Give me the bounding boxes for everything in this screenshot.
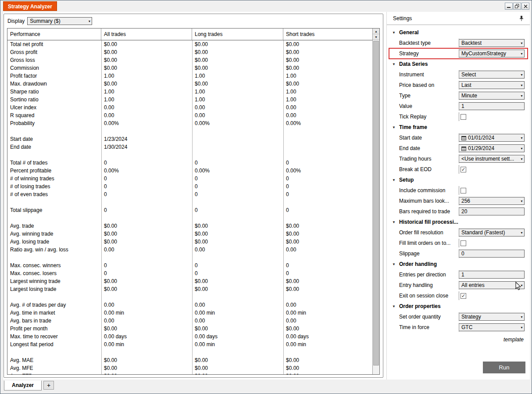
restore-button[interactable] [513, 3, 521, 10]
section-header-time-frame[interactable]: ▼Time frame [389, 122, 527, 132]
order-fill-resolution-dropdown[interactable]: Standard (Fastest)▼ [459, 229, 525, 236]
table-cell [192, 214, 283, 222]
setting-row-entry-handling: Entry handlingAll entries▼ [389, 280, 527, 290]
display-row: Display Summary ($) ▼ [7, 17, 92, 25]
calendar-icon [461, 146, 466, 151]
fill-limit-orders-on-to-checkbox[interactable] [461, 240, 466, 246]
row-label: Ratio avg. win / avg. loss [7, 246, 101, 254]
backtest-type-dropdown[interactable]: Backtest▼ [459, 39, 525, 47]
setting-label: Maximum bars look... [399, 198, 457, 204]
window-title-tab[interactable]: Strategy Analyzer [3, 1, 57, 11]
slippage-input[interactable]: 0 [459, 250, 525, 258]
set-order-quantity-dropdown[interactable]: Strategy▼ [459, 313, 525, 321]
table-cell: 1/30/2024 [101, 143, 192, 151]
table-cell: $0.00 [283, 356, 372, 364]
start-date-dropdown[interactable]: 01/01/2024▼ [459, 134, 525, 142]
dropdown-value: 01/29/2024 [468, 145, 519, 151]
table-cell: $0.00 [192, 325, 283, 333]
run-button[interactable]: Run [483, 362, 525, 373]
section-header-general[interactable]: ▼General [389, 28, 527, 37]
vertical-scrollbar[interactable]: ▲ ▼ [372, 29, 379, 374]
trading-hours-dropdown[interactable]: <Use instrument sett...▼ [459, 155, 525, 163]
table-cell: 0 [283, 269, 372, 277]
maximum-bars-look-dropdown[interactable]: 256▼ [459, 197, 525, 205]
bars-required-to-trade-input[interactable]: 20 [459, 208, 525, 215]
dropdown-value: All entries [461, 282, 519, 288]
table-cell: $0.00 [192, 356, 283, 364]
table-cell [283, 254, 372, 261]
row-splitter [459, 91, 459, 100]
include-commission-checkbox[interactable] [461, 188, 466, 193]
table-cell [101, 348, 192, 356]
scroll-up-button[interactable]: ▲ [373, 29, 379, 34]
chevron-down-icon: ▼ [520, 136, 523, 140]
type-dropdown[interactable]: Minute▼ [459, 92, 525, 100]
table-cell: 0 [101, 261, 192, 269]
setting-label: Strategy [399, 50, 457, 57]
table-cell: $0.00 [101, 222, 192, 230]
table-row: # of even trades000 [7, 190, 372, 198]
close-button[interactable] [521, 3, 529, 10]
table-cell: $0.00 [101, 48, 192, 56]
scrollbar-thumb[interactable] [373, 41, 379, 365]
section-header-data-series[interactable]: ▼Data Series [389, 59, 527, 69]
tab-analyzer[interactable]: Analyzer [4, 380, 42, 390]
table-row: Gross profit$0.00$0.00$0.00 [7, 48, 372, 56]
section-label: General [399, 29, 419, 36]
value-input[interactable]: 1 [459, 102, 525, 110]
section-label: Time frame [399, 124, 427, 130]
row-label: Largest losing trade [7, 285, 101, 293]
row-label: Total slippage [7, 206, 101, 214]
table-row: Avg. MAE$0.00$0.00$0.00 [7, 356, 372, 364]
strategy-dropdown[interactable]: MyCustomStrategy▼ [459, 50, 525, 57]
table-cell: $0.00 [192, 238, 283, 246]
setting-label: Instrument [399, 72, 457, 78]
add-tab-button[interactable]: + [43, 381, 54, 390]
exit-on-session-close-checkbox[interactable]: ✓ [461, 293, 466, 299]
chevron-down-icon: ▼ [520, 52, 523, 55]
settings-title: Settings [393, 12, 412, 25]
column-header-performance[interactable]: Performance [7, 29, 101, 40]
setting-label: Trading hours [399, 156, 457, 162]
section-header-order-properties[interactable]: ▼Order properties [389, 301, 527, 311]
minimize-button[interactable] [505, 3, 513, 10]
table-row [7, 214, 372, 222]
dropdown-value: Strategy [461, 314, 519, 320]
row-splitter [459, 239, 459, 247]
instrument-dropdown[interactable]: Select▼ [459, 71, 525, 79]
row-label [7, 254, 101, 261]
break-at-eod-checkbox[interactable]: ✓ [461, 167, 466, 172]
table-cell: $0.00 [283, 222, 372, 230]
section-collapse-icon: ▼ [392, 62, 396, 66]
table-cell: 0.00 [101, 111, 192, 119]
setting-label: Type [399, 93, 457, 99]
pin-icon[interactable] [519, 15, 524, 23]
entries-per-direction-input[interactable]: 1 [459, 271, 525, 279]
column-header-long-trades[interactable]: Long trades [192, 29, 283, 40]
entry-handling-dropdown[interactable]: All entries▼ [459, 281, 525, 289]
setting-label: Entries per direction [399, 272, 457, 278]
section-header-historical-fill-processi[interactable]: ▼Historical fill processi... [389, 217, 527, 227]
table-cell: $0.00 [283, 364, 372, 372]
column-header-short-trades[interactable]: Short trades [283, 29, 372, 40]
column-header-all-trades[interactable]: All trades [101, 29, 192, 40]
table-row [7, 254, 372, 261]
scroll-down-button[interactable]: ▼ [373, 34, 379, 40]
section-header-order-handling[interactable]: ▼Order handling [389, 259, 527, 269]
section-header-setup[interactable]: ▼Setup [389, 175, 527, 185]
table-cell [101, 254, 192, 261]
table-cell [283, 293, 372, 301]
row-label [7, 151, 101, 159]
row-splitter [459, 186, 459, 195]
template-label[interactable]: template [503, 337, 524, 343]
price-based-on-dropdown[interactable]: Last▼ [459, 81, 525, 89]
display-select[interactable]: Summary ($) ▼ [27, 17, 92, 25]
setting-label: Time in force [399, 324, 457, 330]
table-cell: $0.00 [101, 56, 192, 64]
tick-replay-checkbox[interactable] [461, 114, 466, 120]
time-in-force-dropdown[interactable]: GTC▼ [459, 323, 525, 331]
table-cell: $0.00 [101, 325, 192, 333]
bottom-tab-bar: Analyzer + [3, 380, 529, 392]
end-date-dropdown[interactable]: 01/29/2024▼ [459, 144, 525, 152]
table-row: Profit per month$0.00$0.00$0.00 [7, 325, 372, 333]
